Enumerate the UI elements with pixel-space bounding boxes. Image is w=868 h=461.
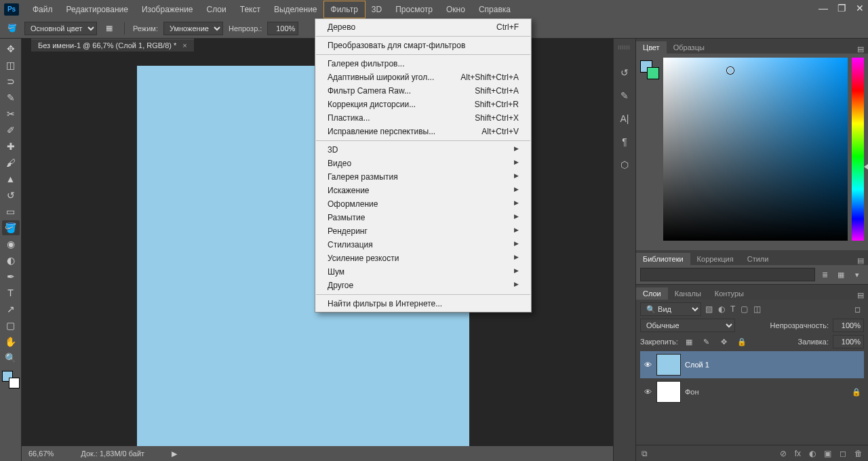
menu-текст[interactable]: Текст bbox=[233, 1, 267, 18]
chevron-down-icon[interactable]: ▾ bbox=[850, 268, 864, 281]
layers-footer-button[interactable]: ◐ bbox=[809, 449, 816, 458]
menu-item[interactable]: Другое bbox=[315, 279, 531, 292]
menu-изображение[interactable]: Изображение bbox=[135, 1, 200, 18]
menu-item[interactable]: Рендеринг bbox=[315, 224, 531, 238]
menu-просмотр[interactable]: Просмотр bbox=[389, 1, 439, 18]
library-search-input[interactable] bbox=[640, 268, 815, 281]
panel-menu-icon[interactable]: ▤ bbox=[853, 256, 868, 265]
layers-footer-button[interactable]: ◻ bbox=[840, 449, 846, 458]
character-icon[interactable]: A| bbox=[620, 113, 629, 124]
tab-adjustments[interactable]: Коррекция bbox=[690, 253, 741, 265]
panel-menu-icon[interactable]: ▤ bbox=[853, 45, 868, 54]
menu-item[interactable]: Исправление перспективы...Alt+Ctrl+V bbox=[315, 125, 531, 138]
quick-select-tool[interactable]: ✎ bbox=[2, 90, 20, 105]
link-layers-icon[interactable]: ⧉ bbox=[642, 449, 648, 458]
tab-channels[interactable]: Каналы bbox=[668, 287, 708, 300]
foreground-fill-select[interactable]: Основной цвет bbox=[24, 22, 97, 35]
pattern-swatch-icon[interactable]: ▦ bbox=[102, 22, 116, 35]
zoom-level[interactable]: 66,67% bbox=[28, 449, 54, 458]
menu-слои[interactable]: Слои bbox=[200, 1, 233, 18]
hue-strip[interactable] bbox=[852, 58, 864, 241]
close-tab-icon[interactable]: × bbox=[182, 41, 186, 49]
menu-выделение[interactable]: Выделение bbox=[267, 1, 324, 18]
eraser-tool[interactable]: ▭ bbox=[2, 204, 20, 219]
menu-item[interactable]: ДеревоCtrl+F bbox=[315, 20, 531, 34]
tab-libraries[interactable]: Библиотеки bbox=[636, 253, 690, 265]
menu-item[interactable]: Шум bbox=[315, 265, 531, 279]
menu-item[interactable]: Размытие bbox=[315, 211, 531, 224]
menu-окно[interactable]: Окно bbox=[439, 1, 472, 18]
tab-layers[interactable]: Слои bbox=[636, 287, 668, 300]
menu-item[interactable]: Преобразовать для смарт-фильтров bbox=[315, 39, 531, 52]
lock-move-icon[interactable]: ✥ bbox=[717, 335, 731, 348]
document-tab[interactable]: Без имени-1 @ 66,7% (Слой 1, RGB/8) * × bbox=[31, 39, 194, 52]
properties-icon[interactable]: ✎ bbox=[620, 90, 629, 101]
lasso-tool[interactable]: ⊃ bbox=[2, 74, 20, 89]
layer-opacity-field[interactable]: 100% bbox=[833, 319, 864, 332]
panel-grip-icon[interactable] bbox=[618, 45, 631, 49]
3d-icon[interactable]: ⬡ bbox=[620, 159, 629, 170]
opacity-value-field[interactable]: 100% bbox=[267, 22, 298, 35]
paragraph-icon[interactable]: ¶ bbox=[622, 136, 627, 147]
menu-item[interactable]: Усиление резкости bbox=[315, 252, 531, 265]
visibility-icon[interactable]: 👁 bbox=[643, 361, 652, 369]
menu-редактирование[interactable]: Редактирование bbox=[60, 1, 135, 18]
zoom-tool[interactable]: 🔍 bbox=[2, 350, 20, 365]
window-restore-button[interactable]: ❐ bbox=[837, 3, 846, 14]
panel-menu-icon[interactable]: ▤ bbox=[853, 291, 868, 300]
dodge-tool[interactable]: ◐ bbox=[2, 253, 20, 268]
layers-footer-button[interactable]: ▣ bbox=[824, 449, 831, 458]
layer-fill-field[interactable]: 100% bbox=[833, 335, 864, 348]
menu-item[interactable]: Пластика...Shift+Ctrl+X bbox=[315, 111, 531, 125]
stamp-tool[interactable]: ▲ bbox=[2, 172, 20, 186]
marquee-tool[interactable]: ◫ bbox=[2, 58, 20, 73]
layer-row[interactable]: 👁Слой 1 bbox=[640, 351, 864, 378]
layers-footer-button[interactable]: 🗑 bbox=[854, 449, 863, 458]
menu-item[interactable]: Искажение bbox=[315, 184, 531, 197]
tab-color[interactable]: Цвет bbox=[636, 41, 667, 54]
crop-tool[interactable]: ✂ bbox=[2, 106, 20, 121]
eyedropper-tool[interactable]: ✐ bbox=[2, 123, 20, 138]
filter-smart-icon[interactable]: ◫ bbox=[753, 304, 761, 314]
menu-файл[interactable]: Файл bbox=[26, 1, 60, 18]
menu-item[interactable]: Найти фильтры в Интернете... bbox=[315, 297, 531, 310]
blur-tool[interactable]: ◉ bbox=[2, 237, 20, 252]
tab-swatches[interactable]: Образцы bbox=[667, 41, 711, 54]
pen-tool[interactable]: ✒ bbox=[2, 269, 20, 284]
bucket-tool[interactable]: 🪣 bbox=[2, 220, 20, 235]
grid-view-icon[interactable]: ▦ bbox=[834, 268, 848, 281]
type-tool[interactable]: T bbox=[2, 285, 20, 300]
shape-tool[interactable]: ▢ bbox=[2, 318, 20, 333]
menu-фильтр[interactable]: Фильтр bbox=[324, 1, 365, 18]
layer-filter-kind-select[interactable]: 🔍 Вид bbox=[640, 302, 701, 316]
healing-tool[interactable]: ✚ bbox=[2, 139, 20, 154]
filter-pixel-icon[interactable]: ▧ bbox=[705, 304, 713, 314]
menu-item[interactable]: Галерея фильтров... bbox=[315, 57, 531, 71]
menu-3d[interactable]: 3D bbox=[365, 1, 389, 18]
history-icon[interactable]: ↺ bbox=[620, 67, 629, 78]
window-minimize-button[interactable]: — bbox=[818, 3, 828, 14]
color-swatch-pair[interactable] bbox=[2, 371, 20, 388]
tab-styles[interactable]: Стили bbox=[741, 253, 776, 265]
menu-item[interactable]: Коррекция дисторсии...Shift+Ctrl+R bbox=[315, 98, 531, 111]
layer-row[interactable]: 👁Фон🔒 bbox=[640, 378, 864, 405]
list-view-icon[interactable]: ≣ bbox=[818, 268, 831, 281]
blend-mode-select[interactable]: Обычные bbox=[640, 319, 735, 332]
layers-footer-button[interactable]: fx bbox=[795, 449, 801, 458]
lock-all-icon[interactable]: 🔒 bbox=[735, 335, 749, 348]
lock-position-icon[interactable]: ✎ bbox=[700, 335, 713, 348]
move-tool[interactable]: ✥ bbox=[2, 41, 20, 56]
color-swatch-pair[interactable] bbox=[640, 60, 659, 79]
menu-item[interactable]: Фильтр Camera Raw...Shift+Ctrl+A bbox=[315, 84, 531, 98]
chevron-right-icon[interactable]: ▶ bbox=[172, 449, 177, 458]
lock-pixels-icon[interactable]: ▦ bbox=[682, 335, 696, 348]
filter-toggle-icon[interactable]: ◻ bbox=[850, 302, 864, 316]
menu-item[interactable]: Галерея размытия bbox=[315, 170, 531, 184]
menu-item[interactable]: Адаптивный широкий угол...Alt+Shift+Ctrl… bbox=[315, 71, 531, 84]
history-tool[interactable]: ↺ bbox=[2, 188, 20, 203]
menu-справка[interactable]: Справка bbox=[472, 1, 517, 18]
visibility-icon[interactable]: 👁 bbox=[643, 388, 652, 396]
menu-item[interactable]: Стилизация bbox=[315, 238, 531, 252]
brush-tool[interactable]: 🖌 bbox=[2, 155, 20, 170]
filter-adjust-icon[interactable]: ◐ bbox=[718, 304, 725, 314]
